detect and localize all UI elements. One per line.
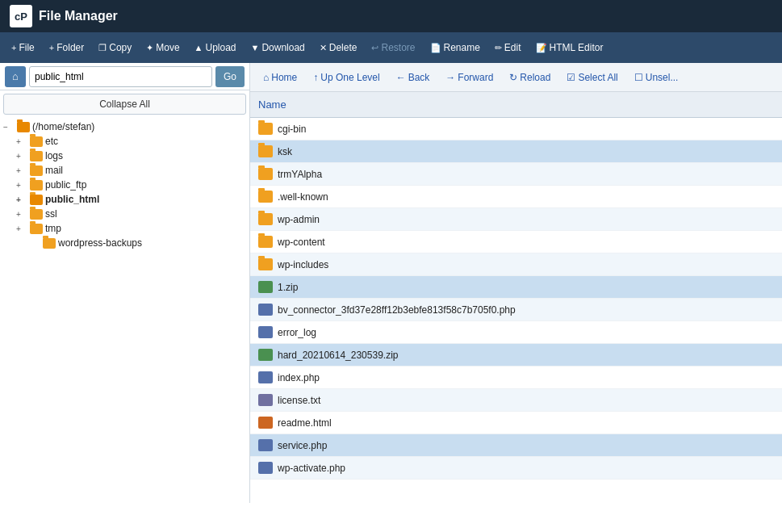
toggle-icon: + [16,181,27,190]
folder-icon [30,165,43,176]
upload-button[interactable]: ▲ Upload [188,39,243,57]
file-name: cgi-bin [278,124,306,135]
file-table-header: Name [250,92,782,118]
php-file-icon [258,304,273,316]
tree-item-public-ftp[interactable]: + public_ftp [0,178,249,192]
file-name: wp-includes [278,259,328,270]
restore-icon: ↩ [371,43,378,53]
tree-item-root[interactable]: − (/home/stefan) [0,119,249,134]
file-name: wp-content [278,237,325,248]
name-column-header: Name [258,98,286,111]
file-name: service.php [278,440,327,451]
file-row[interactable]: ksk [250,140,782,163]
php-file-icon [258,439,273,451]
file-name: wp-activate.php [278,463,345,474]
folder-icon [30,224,43,234]
tree-item-wordpress-backups[interactable]: wordpress-backups [0,236,249,250]
file-row[interactable]: error_log [250,321,782,344]
folder-icon [258,258,273,270]
tree-item-tmp[interactable]: + tmp [0,221,249,236]
restore-button[interactable]: ↩ Restore [365,39,421,57]
file-row[interactable]: wp-content [250,231,782,253]
download-button[interactable]: ▼ Download [245,39,312,57]
copy-button[interactable]: ❐ Copy [92,39,138,57]
file-table-body: cgi-bin ksk trmYAlpha .well-known wp-adm… [250,118,782,503]
file-name: ksk [278,146,292,157]
tree-item-etc[interactable]: + etc [0,134,249,149]
reload-button[interactable]: ↻ Reload [503,69,557,86]
folder-icon [258,145,273,157]
html-editor-icon: 📝 [536,43,547,53]
sidebar: ⌂ Go Collapse All − (/home/stefan) + etc… [0,63,250,503]
unselect-button[interactable]: ☐ Unsel... [628,69,685,86]
folder-icon [258,168,273,180]
file-row[interactable]: readme.html [250,412,782,434]
file-button[interactable]: + File [5,39,41,57]
folder-icon [30,136,43,147]
go-button[interactable]: Go [215,66,245,87]
forward-button[interactable]: → Forward [439,69,500,86]
move-button[interactable]: ✦ Move [140,39,186,57]
toggle-icon: − [3,123,15,132]
file-row[interactable]: .well-known [250,186,782,208]
html-file-icon [258,417,273,429]
file-row[interactable]: wp-includes [250,253,782,276]
file-row[interactable]: wp-activate.php [250,457,782,480]
file-name: wp-admin [278,214,320,225]
copy-icon: ❐ [98,43,107,53]
toggle-icon: + [16,166,27,175]
plus-icon: + [11,43,16,52]
tree-item-label: public_ftp [45,179,86,191]
home-nav-icon: ⌂ [263,72,269,83]
folder-icon [43,238,56,249]
tree-item-public-html[interactable]: + public_html [0,192,249,207]
tree-item-logs[interactable]: + logs [0,149,249,163]
file-name: .well-known [278,191,328,203]
tree-item-label: etc [45,136,58,147]
collapse-all-button[interactable]: Collapse All [3,94,246,115]
upload-icon: ▲ [194,43,203,52]
php-file-icon [258,462,273,474]
file-row[interactable]: license.txt [250,389,782,412]
tree-item-label: wordpress-backups [58,237,142,249]
file-row[interactable]: cgi-bin [250,118,782,140]
move-icon: ✦ [146,43,153,53]
tree-item-ssl[interactable]: + ssl [0,207,249,221]
file-row[interactable]: hard_20210614_230539.zip [250,344,782,367]
file-row[interactable]: 1.zip [250,276,782,299]
home-nav-button[interactable]: ⌂ Home [257,69,303,86]
sidebar-home-icon-button[interactable]: ⌂ [5,66,26,87]
folder-icon [30,151,43,161]
edit-button[interactable]: ✏ Edit [488,39,528,57]
file-name: error_log [278,327,316,338]
sidebar-path-bar: ⌂ Go [0,63,249,90]
path-input[interactable] [29,66,212,87]
tree-item-mail[interactable]: + mail [0,163,249,178]
tree-item-label: mail [45,165,63,176]
php-file-icon [258,371,273,383]
html-editor-button[interactable]: 📝 HTML Editor [529,39,610,57]
file-tree: − (/home/stefan) + etc + logs + mail [0,118,249,503]
toolbar: + File + Folder ❐ Copy ✦ Move ▲ Upload ▼… [0,32,782,63]
file-row[interactable]: index.php [250,367,782,389]
delete-button[interactable]: ✕ Delete [313,39,364,57]
select-all-button[interactable]: ☑ Select All [560,69,624,86]
app-title: File Manager [39,9,118,23]
file-row[interactable]: bv_connector_3fd37e28ff12b3ebfe813f58c7b… [250,299,782,321]
file-row[interactable]: trmYAlpha [250,163,782,186]
file-row[interactable]: service.php [250,434,782,457]
nav-bar: ⌂ Home ↑ Up One Level ← Back → Forward ↻… [250,63,782,92]
folder-icon [30,195,43,205]
folder-button[interactable]: + Folder [43,39,90,57]
up-one-level-button[interactable]: ↑ Up One Level [307,69,386,86]
toggle-icon: + [16,137,27,146]
delete-icon: ✕ [320,43,327,53]
toggle-icon: + [16,210,27,219]
rename-button[interactable]: 📄 Rename [424,39,487,57]
file-name: hard_20210614_230539.zip [278,350,398,361]
select-all-icon: ☑ [567,72,575,83]
zip-file-icon [258,281,273,293]
back-button[interactable]: ← Back [390,69,437,86]
tree-item-label: (/home/stefan) [32,121,94,132]
file-row[interactable]: wp-admin [250,208,782,231]
